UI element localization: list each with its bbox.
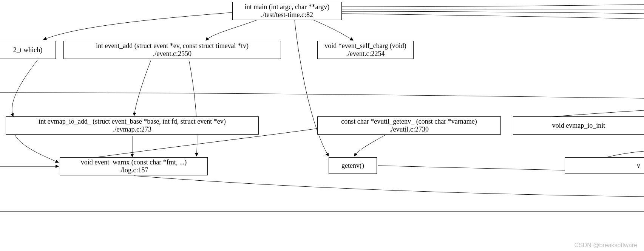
- node-getenv-sig: getenv(): [341, 162, 364, 170]
- node-event-add-sig: int event_add (struct event *ev, const s…: [96, 42, 249, 50]
- node-evmap-io-add: int evmap_io_add_ (struct event_base *ba…: [6, 116, 259, 135]
- node-evmap-io-add-loc: ./evmap.c:273: [113, 126, 151, 133]
- node-event-add-loc: ./event.c:2550: [153, 50, 192, 58]
- node-v: v: [565, 157, 644, 174]
- node-getenv: getenv(): [329, 157, 377, 174]
- node-which: 2_t which): [0, 41, 56, 59]
- node-main-sig: int main (int argc, char **argv): [245, 3, 329, 11]
- node-event-add: int event_add (struct event *ev, const s…: [63, 41, 281, 59]
- node-evmap-io-init: void evmap_io_init: [513, 116, 644, 135]
- node-main-loc: ./test/test-time.c:82: [261, 11, 313, 19]
- node-event-warnx: void event_warnx (const char *fmt, ...) …: [60, 157, 208, 175]
- node-v-sig: v: [567, 162, 642, 170]
- node-evutil-getenv-loc: ./evutil.c:2730: [389, 126, 429, 133]
- node-evutil-getenv-sig: const char *evutil_getenv_ (const char *…: [341, 118, 477, 126]
- watermark: CSDN @breaksoftware: [574, 242, 637, 249]
- node-which-sig: 2_t which): [13, 46, 42, 54]
- node-self-cbarg-loc: ./event.c:2254: [346, 50, 385, 58]
- node-event-warnx-sig: void event_warnx (const char *fmt, ...): [81, 158, 187, 166]
- node-self-cbarg-sig: void *event_self_cbarg (void): [324, 42, 406, 50]
- node-evmap-io-add-sig: int evmap_io_add_ (struct event_base *ba…: [39, 118, 225, 126]
- node-evutil-getenv: const char *evutil_getenv_ (const char *…: [317, 116, 501, 135]
- node-main: int main (int argc, char **argv) ./test/…: [232, 2, 342, 20]
- node-self-cbarg: void *event_self_cbarg (void) ./event.c:…: [317, 41, 414, 59]
- node-event-warnx-loc: ./log.c:157: [119, 166, 148, 174]
- node-evmap-io-init-sig: void evmap_io_init: [552, 122, 605, 130]
